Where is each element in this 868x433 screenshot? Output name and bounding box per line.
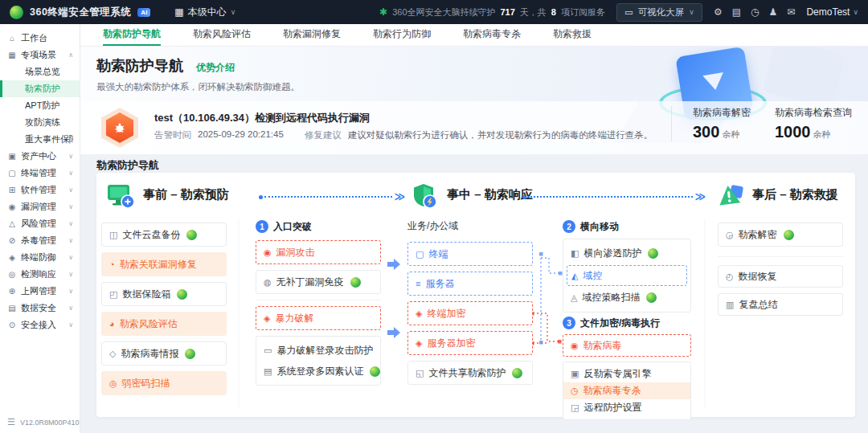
chevron-down-icon: ∨: [853, 8, 858, 16]
sidebar-item-scene-overview[interactable]: 场景总览: [0, 63, 80, 80]
item-ransom-decrypt[interactable]: ◶勒索解密: [718, 223, 843, 247]
sidebar-item-detect-response[interactable]: ◎检测响应∨: [0, 266, 80, 283]
tab-virus-kill[interactable]: 勒索病毒专杀: [463, 24, 521, 46]
sidebar-item-apt[interactable]: APT防护: [0, 97, 80, 114]
sidebar-item-assets[interactable]: ▣资产中心∨: [0, 148, 80, 165]
attack-vuln-exploit[interactable]: ◉漏洞攻击: [256, 240, 381, 264]
item-domain-policy-scan[interactable]: ◬域控策略扫描: [563, 287, 690, 308]
item-mfa-login[interactable]: ▤系统登录多因素认证: [256, 361, 380, 382]
lateral-column: 2横向移动 ◧横向渗透防护 ◭域控 ◬域控策略扫描 3文件加密/病毒执行 ◉勒索…: [563, 219, 691, 426]
step-3-badge: 3: [563, 317, 575, 329]
pre-stage-icon: [106, 182, 135, 213]
sidebar-item-terminal-mgmt[interactable]: ▢终端管理∨: [0, 165, 80, 182]
center-switcher[interactable]: ▦ 本级中心 ∨: [174, 6, 235, 19]
engine-icon: ▣: [571, 369, 579, 379]
sidebar-item-internet-mgmt[interactable]: ⊕上网管理∨: [0, 283, 80, 300]
node-domain-controller[interactable]: ◭域控: [567, 265, 687, 286]
gauge-icon: ◕: [109, 319, 115, 329]
item-cloud-backup[interactable]: ◫文件云盘备份: [101, 223, 227, 247]
org-icon[interactable]: ♟: [769, 6, 778, 18]
ai-badge: AI: [137, 8, 150, 17]
bug-icon: ◉: [264, 247, 272, 258]
attack-brute-force[interactable]: ◈暴力破解: [256, 306, 381, 330]
sidebar-item-risk-mgmt[interactable]: △风险管理∨: [0, 215, 80, 232]
item-data-safebox[interactable]: ◰数据保险箱: [101, 282, 227, 306]
item-patchless-immunity[interactable]: ◍无补丁漏洞免疫: [256, 270, 381, 294]
item-virus-intel[interactable]: ◇勒索病毒情报: [101, 341, 227, 366]
user-menu[interactable]: DemoTest ∨: [806, 6, 858, 18]
sidebar-item-software-mgmt[interactable]: ⊞软件管理∨: [0, 182, 80, 198]
item-bruteforce-login-protect[interactable]: ▭暴力破解登录攻击防护: [256, 340, 380, 361]
chevron-down-icon: ∨: [68, 254, 73, 261]
item-review-summary[interactable]: ▥复盘总结: [718, 293, 843, 316]
home-icon: ⌂: [6, 34, 18, 43]
server-icon: ≡: [416, 279, 420, 288]
item-risk-assess[interactable]: ◕勒索风险评估: [101, 312, 227, 336]
item-lateral-protect[interactable]: ◧横向渗透防护: [563, 243, 690, 264]
alert-advice-label: 修复建议: [305, 129, 342, 141]
item-data-recovery[interactable]: ◴数据恢复: [718, 265, 843, 288]
sidebar-item-ransom-protect[interactable]: 勒索防护: [0, 80, 80, 97]
summary-icon: ▥: [726, 300, 734, 310]
risk-icon: △: [6, 219, 18, 228]
announce-prefix: 360全网安全大脑持续守护: [392, 6, 495, 18]
login-protect-group: ▭暴力破解登录攻击防护 ▤系统登录多因素认证: [256, 336, 381, 386]
badge-360-icon: [350, 277, 361, 288]
page-tabbar: 勒索防护导航 勒索风险评估 勒索漏洞修复 勒索行为防御 勒索病毒专杀 勒索救援: [80, 24, 868, 47]
tab-risk-assess[interactable]: 勒索风险评估: [193, 24, 251, 46]
settings-icon[interactable]: ⚙: [714, 6, 723, 18]
advantage-intro-link[interactable]: 优势介绍: [196, 61, 235, 75]
terminal-icon: ▢: [6, 169, 18, 178]
collapse-sidebar-icon[interactable]: ☰: [7, 417, 15, 427]
business-domain-label: 业务/办公域: [407, 219, 533, 234]
item-remote-protect-settings[interactable]: ◲远程防护设置: [563, 399, 690, 416]
tab-vuln-fix[interactable]: 勒索漏洞修复: [283, 24, 341, 46]
sidebar-item-data-security[interactable]: ▤数据安全∨: [0, 300, 80, 317]
node-server-encrypted[interactable]: ◈服务器加密: [407, 331, 533, 355]
alert-title[interactable]: test（10.106.49.34）检测到远程代码执行漏洞: [154, 111, 370, 125]
alarm-icon[interactable]: ◷: [751, 6, 759, 18]
badge-360-icon: [186, 230, 197, 240]
attack-ransomware[interactable]: ◉勒索病毒: [563, 334, 691, 357]
mail-icon[interactable]: ✉: [787, 6, 795, 18]
stat-unit: 余种: [813, 129, 831, 139]
badge-360-icon: [646, 292, 657, 303]
tab-rescue[interactable]: 勒索救援: [553, 24, 592, 46]
center-icon: ▦: [174, 6, 183, 18]
sidebar-item-antivirus-mgmt[interactable]: ⊘杀毒管理∨: [0, 232, 80, 249]
sidebar-item-secure-access[interactable]: ⊙安全接入∨: [0, 317, 80, 333]
big-screen-button[interactable]: ▭ 可视化大屏 ∨: [616, 3, 702, 22]
item-weak-password-scan[interactable]: ◎弱密码扫描: [101, 371, 227, 395]
encrypt-header: 文件加密/病毒执行: [580, 317, 660, 330]
page-subtitle: 最强大的勒索防护体系，闭环解决勒索防御难题。: [96, 81, 300, 93]
scan-icon: ◎: [109, 378, 117, 389]
antivirus-icon: ⊘: [6, 236, 18, 245]
divider: [718, 256, 843, 257]
stat-label: 勒索病毒检索查询: [775, 106, 852, 120]
item-fileshare-protect[interactable]: ◱文件共享勒索防护: [407, 361, 533, 385]
badge-360-icon: [512, 368, 522, 378]
sidebar-item-attack-drill[interactable]: 攻防演练: [0, 114, 80, 131]
kill-group: ▣反勒索专属引擎 ◷勒索病毒专杀 ◲远程防护设置: [563, 362, 691, 420]
sidebar-item-workbench[interactable]: ⌂工作台: [0, 30, 80, 47]
tab-behavior-defense[interactable]: 勒索行为防御: [373, 24, 431, 46]
badge-360-icon: [370, 366, 380, 377]
sidebar-item-special-scenes[interactable]: ▦专项场景∧: [0, 47, 80, 63]
sidebar-item-terminal-defense[interactable]: ◈终端防御∨: [0, 249, 80, 266]
item-ransom-vuln-fix[interactable]: ◔勒索关联漏洞修复: [101, 252, 227, 276]
step-2-badge: 2: [563, 220, 575, 233]
center-label: 本级中心: [188, 6, 227, 19]
badge-360-icon: [648, 248, 658, 259]
item-anti-ransom-engine[interactable]: ▣反勒索专属引擎: [563, 366, 690, 382]
node-server[interactable]: ≡服务器: [407, 272, 533, 296]
tab-ransom-nav[interactable]: 勒索防护导航: [103, 24, 161, 46]
node-terminal-encrypted[interactable]: ◈终端加密: [407, 301, 533, 325]
immunity-icon: ◍: [264, 277, 272, 288]
node-terminal[interactable]: ▢终端: [407, 242, 533, 266]
kill-icon: ◷: [571, 386, 579, 396]
sidebar-item-major-event[interactable]: 重大事件保障: [0, 131, 80, 148]
stat-search: 勒索病毒检索查询 1000余种: [775, 106, 852, 141]
item-virus-kill[interactable]: ◷勒索病毒专杀: [563, 382, 690, 399]
document-icon[interactable]: ▤: [732, 6, 741, 18]
sidebar-item-vuln-mgmt[interactable]: ◉漏洞管理∨: [0, 198, 80, 215]
